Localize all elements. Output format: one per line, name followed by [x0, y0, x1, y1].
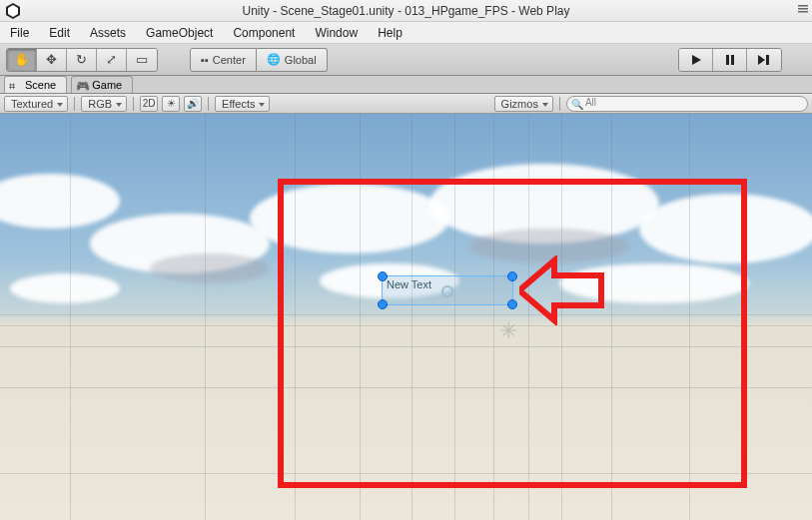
unity-logo-icon — [4, 2, 22, 20]
play-controls — [678, 48, 782, 72]
divider — [208, 97, 209, 111]
gizmos-dropdown[interactable]: Gizmos — [494, 96, 553, 112]
recttransform-pivot-icon — [440, 284, 454, 298]
menubar: File Edit Assets GameObject Component Wi… — [0, 22, 812, 44]
step-icon — [757, 54, 771, 66]
rect-tool-button[interactable]: ▭ — [127, 49, 157, 71]
light-gizmo-icon[interactable]: ✳ — [499, 318, 517, 344]
move-icon: ✥ — [46, 52, 57, 67]
gizmos-label: Gizmos — [501, 98, 538, 110]
tab-game-label: Game — [92, 79, 122, 91]
menu-edit[interactable]: Edit — [39, 26, 80, 40]
resize-handle-top-left[interactable] — [378, 271, 388, 281]
scale-icon: ⤢ — [106, 52, 117, 67]
svg-rect-7 — [798, 5, 808, 7]
menu-component[interactable]: Component — [223, 26, 305, 40]
step-button[interactable] — [747, 49, 781, 71]
skybox — [0, 114, 812, 520]
pivot-center-button[interactable]: ▪▪ Center — [190, 48, 257, 72]
search-placeholder: All — [585, 97, 596, 108]
hand-icon: ✋ — [14, 52, 30, 67]
globe-icon: 🌐 — [267, 53, 281, 66]
scene-viewport[interactable]: New Text ✳ — [0, 114, 812, 520]
resize-handle-bottom-left[interactable] — [378, 299, 388, 309]
pivot-toggle-group: ▪▪ Center 🌐 Global — [190, 48, 328, 72]
svg-point-10 — [442, 286, 452, 296]
move-tool-button[interactable]: ✥ — [37, 49, 67, 71]
resize-handle-top-right[interactable] — [507, 271, 517, 281]
svg-rect-6 — [766, 55, 769, 65]
pivot-global-label: Global — [285, 54, 317, 66]
svg-rect-8 — [798, 8, 808, 10]
play-button[interactable] — [679, 49, 713, 71]
svg-rect-3 — [726, 55, 729, 65]
audio-icon: 🔊 — [187, 98, 199, 109]
shading-mode-dropdown[interactable]: Textured — [4, 96, 68, 112]
toggle-2d-button[interactable]: 2D — [140, 96, 158, 112]
toggle-2d-label: 2D — [143, 98, 156, 109]
svg-rect-9 — [798, 11, 808, 13]
effects-dropdown[interactable]: Effects — [215, 96, 270, 112]
rotate-icon: ↻ — [76, 52, 87, 67]
toggle-audio-button[interactable]: 🔊 — [184, 96, 202, 112]
sun-icon: ☀ — [167, 98, 176, 109]
game-tab-icon: 🎮 — [76, 80, 90, 93]
toolbar: ✋ ✥ ↻ ⤢ ▭ ▪▪ Center 🌐 Global — [0, 44, 812, 76]
menu-gameobject[interactable]: GameObject — [136, 26, 223, 40]
rect-icon: ▭ — [136, 52, 148, 67]
divider — [559, 97, 560, 111]
rotate-tool-button[interactable]: ↻ — [67, 49, 97, 71]
scene-view-toolbar: Textured RGB 2D ☀ 🔊 Effects Gizmos 🔍 All — [0, 94, 812, 114]
render-mode-dropdown[interactable]: RGB — [81, 96, 127, 112]
menu-file[interactable]: File — [0, 26, 39, 40]
search-icon: 🔍 — [571, 99, 583, 110]
hierarchy-search-input[interactable]: 🔍 All — [566, 96, 808, 112]
play-icon — [690, 54, 702, 66]
pause-icon — [724, 54, 736, 66]
pivot-global-button[interactable]: 🌐 Global — [257, 48, 328, 72]
pivot-center-label: Center — [213, 54, 246, 66]
toggle-lighting-button[interactable]: ☀ — [162, 96, 180, 112]
svg-marker-5 — [758, 55, 765, 65]
divider — [74, 97, 75, 111]
menu-assets[interactable]: Assets — [80, 26, 136, 40]
scale-tool-button[interactable]: ⤢ — [97, 49, 127, 71]
svg-rect-4 — [731, 55, 734, 65]
menu-window[interactable]: Window — [305, 26, 368, 40]
render-mode-label: RGB — [88, 98, 112, 110]
transform-tools: ✋ ✥ ↻ ⤢ ▭ — [6, 48, 158, 72]
panel-context-menu-button[interactable] — [796, 2, 810, 16]
selected-text-object[interactable]: New Text — [382, 275, 513, 305]
shading-mode-label: Textured — [11, 98, 53, 110]
panel-tabbar: ⌗ Scene 🎮 Game — [0, 76, 812, 94]
tab-scene[interactable]: ⌗ Scene — [4, 76, 67, 93]
resize-handle-bottom-right[interactable] — [507, 299, 517, 309]
divider — [133, 97, 134, 111]
hand-tool-button[interactable]: ✋ — [7, 49, 37, 71]
scene-tab-icon: ⌗ — [9, 80, 15, 93]
tab-scene-label: Scene — [25, 79, 56, 91]
center-icon: ▪▪ — [201, 54, 209, 66]
pause-button[interactable] — [713, 49, 747, 71]
menu-help[interactable]: Help — [368, 26, 412, 40]
window-titlebar: Unity - Scene_Stage01.unity - 013_HPgame… — [0, 0, 812, 22]
window-title: Unity - Scene_Stage01.unity - 013_HPgame… — [243, 4, 570, 18]
effects-label: Effects — [222, 98, 255, 110]
svg-marker-2 — [692, 55, 701, 65]
tab-game[interactable]: 🎮 Game — [71, 76, 133, 93]
